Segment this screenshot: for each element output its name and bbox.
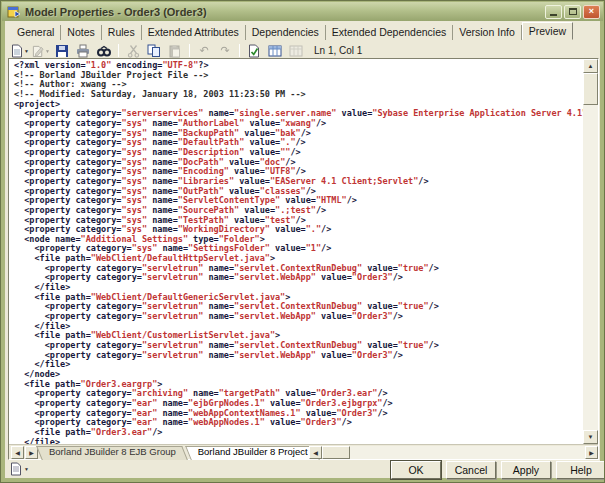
file-selector-button[interactable]: ▼ [10,462,29,476]
editor-toolbar-icons: ▼▼↶↷ [11,43,305,59]
copy-icon[interactable] [145,43,163,59]
apply-button[interactable]: Apply [501,461,551,479]
tab-rules[interactable]: Rules [102,25,142,40]
dropdown-arrow-icon[interactable]: ▼ [45,48,50,54]
print-icon[interactable] [74,43,92,59]
close-icon: × [589,7,594,16]
view-grid-icon[interactable] [266,43,284,59]
tab-extended-attributes[interactable]: Extended Attributes [142,25,246,40]
scroll-down-button[interactable]: ▼ [583,430,598,444]
horizontal-scroll-thumb[interactable] [322,446,350,459]
app-icon [7,5,21,18]
tab-version-info[interactable]: Version Info [453,25,521,40]
tab-general[interactable]: General [11,25,61,40]
cancel-button[interactable]: Cancel [446,461,496,479]
cut-icon [124,43,142,59]
tab-notes[interactable]: Notes [61,25,101,40]
editor-toolbar: ▼▼↶↷ Ln 1, Col 1 [11,42,594,59]
paste-icon [166,43,184,59]
help-button[interactable]: Help [556,461,605,479]
code-line: <property category="servletrun" name="se… [14,273,583,283]
model-properties-window: Model Properties - Order3 (Order3) × Gen… [0,0,605,483]
minimize-icon [550,14,557,16]
code-line: <property category="servletrun" name="se… [14,351,583,361]
tab-extended-dependencies[interactable]: Extended Dependencies [326,25,453,40]
scroll-up-button[interactable]: ▲ [583,59,598,73]
code-line: <property category="servletrun" name="se… [14,312,583,322]
file-icon [10,462,22,476]
window-title: Model Properties - Order3 (Order3) [25,6,545,18]
file-tab-bar: Borland JBuilder 8 EJB GroupBorland JBui… [39,445,320,460]
dialog-footer: ▼ OK Cancel Apply Help [5,460,600,481]
titlebar[interactable]: Model Properties - Order3 (Order3) × [2,2,603,21]
window-controls: × [545,5,600,19]
tab-bar: GeneralNotesRulesExtended AttributesDepe… [11,24,573,40]
tab-preview[interactable]: Preview [522,22,573,40]
scroll-right-button[interactable]: ▶ [585,446,598,459]
file-group-icon[interactable]: ▼ [11,43,29,59]
close-button[interactable]: × [583,5,600,19]
toolbar-separator [189,44,190,57]
view-options-icon [287,43,305,59]
caret-position: Ln 1, Col 1 [314,45,362,56]
dialog-body: GeneralNotesRulesExtended AttributesDepe… [5,21,600,478]
xml-preview-editor[interactable]: <?xml version="1.0" encoding="UTF-8"?><!… [8,58,599,460]
vertical-scroll-thumb[interactable] [583,73,598,105]
code-area[interactable]: <?xml version="1.0" encoding="UTF-8"?><!… [9,59,583,444]
scroll-left-button[interactable]: ◀ [309,446,322,459]
maximize-icon [569,8,577,15]
toolbar-separator [239,44,240,57]
file-tab-borland-jbuilder-8-project[interactable]: Borland JBuilder 8 Project [188,445,320,460]
code-line: <file path="Order3.ear"/> [14,428,583,438]
ok-button[interactable]: OK [391,461,441,479]
maximize-button[interactable] [564,5,581,19]
minimize-button[interactable] [545,5,562,19]
find-icon[interactable] [95,43,113,59]
dropdown-arrow-icon[interactable]: ▼ [24,48,29,54]
tab-scroll-left-button[interactable]: ◀ [11,446,24,459]
horizontal-scrollbar[interactable]: ◀ ▶ [309,446,598,459]
edit-group-icon: ▼ [32,43,50,59]
code-line: </file> [14,360,583,370]
redo-icon: ↷ [216,43,234,59]
vertical-scrollbar[interactable]: ▲ ▼ [583,59,598,444]
editor-bottom-strip: ◀ ▶ Borland JBuilder 8 EJB GroupBorland … [9,444,598,459]
toolbar-separator [118,44,119,57]
tab-dependencies[interactable]: Dependencies [246,25,326,40]
validate-icon[interactable] [245,43,263,59]
dropdown-arrow-icon: ▼ [24,466,29,472]
code-line: <!-- Modified: Saturday, January 18, 200… [14,90,583,100]
file-tab-borland-jbuilder-8-ejb-group[interactable]: Borland JBuilder 8 EJB Group [39,445,188,460]
undo-icon: ↶ [195,43,213,59]
save-icon[interactable] [53,43,71,59]
